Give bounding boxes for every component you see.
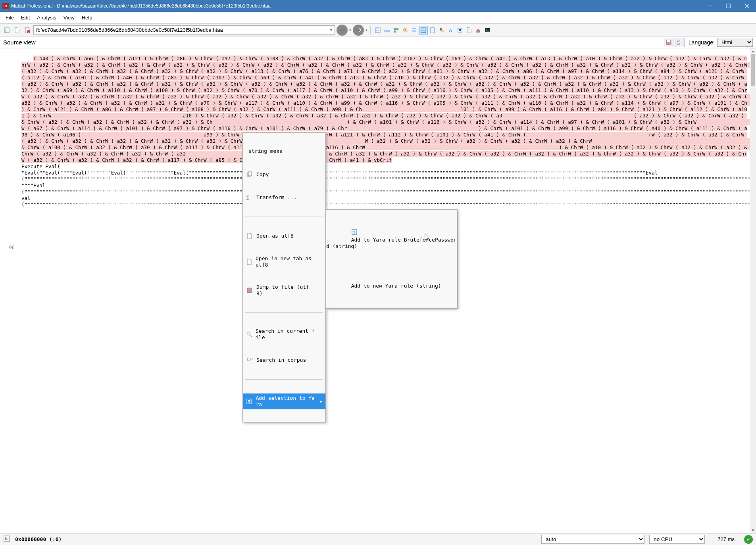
toolbar: × fbfec78acd4e7bdd01056de5d866e26db68430… — [0, 24, 756, 36]
svg-text:AB: AB — [677, 40, 680, 42]
line-number-96: 96 — [0, 244, 15, 251]
tool-icon-gear[interactable] — [401, 26, 410, 35]
ab-ac-icon[interactable]: ABAC — [675, 38, 685, 47]
svg-text:Y: Y — [353, 230, 356, 234]
svg-rect-11 — [394, 28, 396, 30]
nav-forward-button[interactable]: 🡢 — [353, 25, 364, 36]
submenu-add-existing[interactable]: Y Add to Yara rule BruteforcePassword (s… — [326, 223, 457, 256]
close-button[interactable] — [738, 0, 756, 12]
svg-text:AB: AB — [246, 195, 250, 198]
tool-icon-source-active[interactable] — [419, 26, 428, 35]
code-area[interactable]: ( a40 ) & ChrW ( a66 ) & ChrW ( a121 ) &… — [19, 48, 750, 533]
svg-rect-28 — [477, 29, 479, 33]
toolbar-file-error-icon[interactable]: × — [23, 26, 32, 35]
svg-rect-32 — [667, 40, 670, 42]
svg-text:>_: >_ — [486, 29, 489, 32]
svg-rect-1 — [727, 4, 731, 8]
svg-point-23 — [441, 30, 444, 32]
menu-edit[interactable]: Edit — [18, 13, 33, 22]
scrollbar-thumb[interactable] — [751, 54, 755, 86]
svg-rect-29 — [479, 30, 480, 33]
ctx-copy[interactable]: Copy — [243, 169, 325, 180]
svg-text:AC: AC — [246, 198, 250, 200]
scroll-down-icon[interactable]: ▼ — [750, 528, 756, 533]
address-dropdown-icon[interactable]: ▾ — [330, 28, 332, 32]
transform-icon: ABAC — [246, 194, 253, 201]
context-menu-title: string menu — [243, 146, 325, 157]
toolbar-new-file-icon[interactable] — [13, 26, 21, 35]
svg-point-15 — [404, 29, 406, 31]
menu-view[interactable]: View — [60, 13, 78, 22]
file-icon — [246, 232, 253, 240]
tool-icon-struct[interactable] — [392, 26, 400, 35]
tool-icon-page[interactable] — [465, 26, 473, 35]
nav-forward-dropdown-icon[interactable]: ▾ — [365, 28, 367, 32]
submenu-arrow-icon: ▶ — [320, 398, 322, 405]
address-text: fbfec78acd4e7bdd01056de5d866e26db68430bb… — [36, 27, 223, 33]
maximize-button[interactable] — [719, 0, 738, 12]
svg-point-39 — [247, 332, 250, 335]
language-select[interactable]: Html — [717, 38, 753, 47]
copy-icon — [246, 171, 253, 178]
titlebar: 01 Malcat Professional - D:\malware\baza… — [0, 0, 756, 12]
editor: 96 ( a40 ) & ChrW ( a66 ) & ChrW ( a121 … — [0, 48, 756, 533]
code-text[interactable]: Execute Eval( "Eval(""Eval(""""Eval(""""… — [21, 163, 750, 207]
svg-rect-27 — [476, 31, 477, 33]
tool-icon-terminal[interactable]: >_ — [483, 26, 492, 35]
scroll-up-icon[interactable]: ▲ — [750, 48, 756, 54]
view-title: Source view — [3, 39, 36, 46]
ctx-dump-file[interactable]: Dump to file (utf8) — [243, 282, 325, 298]
menubar: File Edit Analysis View Help — [0, 12, 756, 24]
tool-icon-box[interactable] — [456, 26, 464, 35]
selected-text[interactable]: ( a40 ) & ChrW ( a66 ) & ChrW ( a121 ) &… — [21, 56, 750, 163]
svg-rect-12 — [396, 28, 398, 30]
nav-back-dropdown-icon[interactable]: ▾ — [349, 28, 351, 32]
tool-icon-doc[interactable] — [428, 26, 437, 35]
tool-icon-summary[interactable] — [373, 26, 382, 35]
svg-line-40 — [250, 335, 252, 337]
menu-help[interactable]: Help — [79, 13, 96, 22]
vertical-scrollbar[interactable]: ▲ ▼ — [750, 48, 756, 533]
submenu-add-new[interactable]: Y Add to new Yara rule (string) — [326, 269, 457, 296]
search-icon — [246, 331, 252, 338]
svg-text:A: A — [449, 28, 452, 33]
ctx-add-yara[interactable]: Y Add selection to Yara ▶ — [243, 393, 325, 409]
ctx-open-tab-utf8[interactable]: Open in new tab as utf8 — [243, 254, 325, 270]
svg-text:AC: AC — [677, 43, 681, 45]
ctx-transform[interactable]: ABAC Transform ... — [243, 192, 325, 203]
ctx-search-corpus[interactable]: Search in corpus — [243, 355, 325, 365]
app-icon: 01 — [2, 3, 9, 9]
file-icon — [246, 258, 252, 265]
nav-back-button[interactable]: 🡠 — [337, 25, 348, 36]
toolbar-icon-1[interactable] — [2, 26, 11, 35]
svg-rect-26 — [459, 29, 461, 31]
svg-rect-13 — [394, 31, 396, 33]
yara-icon: Y — [246, 398, 252, 405]
tool-icon-hex[interactable]: 0101 — [383, 26, 391, 35]
tool-icon-py[interactable] — [437, 26, 446, 35]
svg-rect-4 — [4, 28, 9, 33]
minimize-button[interactable] — [701, 0, 719, 12]
tool-icon-A[interactable]: A — [446, 26, 455, 35]
ctx-open-utf8[interactable]: Open as utf8 — [243, 231, 325, 241]
svg-text:×: × — [28, 31, 29, 33]
menu-analysis[interactable]: Analysis — [34, 13, 59, 22]
svg-text:Y: Y — [248, 400, 250, 404]
context-menu: string menu Copy ABAC Transform ... Open… — [242, 132, 326, 422]
tool-icon-chart[interactable] — [474, 26, 483, 35]
yara-new-icon: Y — [351, 276, 358, 282]
view-header: Source view ABAC Language: Html — [0, 36, 756, 48]
ctx-search-file[interactable]: Search in current file — [243, 326, 325, 342]
address-bar[interactable]: fbfec78acd4e7bdd01056de5d866e26db68430bb… — [33, 25, 335, 35]
yara-submenu: Y Add to Yara rule BruteforcePassword (s… — [326, 209, 458, 309]
tool-icon-list[interactable] — [410, 26, 419, 35]
menu-file[interactable]: File — [2, 13, 17, 22]
line-gutter: 96 — [0, 48, 19, 533]
svg-text:Y: Y — [353, 276, 356, 280]
svg-rect-36 — [248, 172, 252, 176]
yara-rule-icon: Y — [351, 230, 358, 236]
svg-line-42 — [250, 361, 252, 363]
save-icon[interactable] — [664, 38, 673, 47]
search-db-icon — [246, 357, 253, 364]
save-icon — [246, 287, 253, 294]
